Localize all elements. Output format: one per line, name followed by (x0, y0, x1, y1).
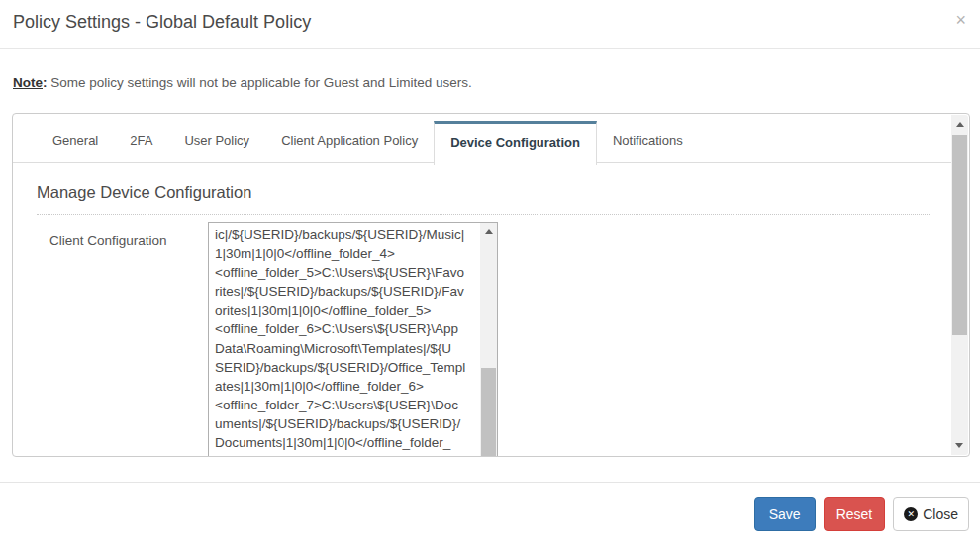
panel-scrollbar-thumb[interactable] (952, 135, 967, 335)
textarea-scrollbar-thumb[interactable] (481, 368, 496, 457)
tab-2fa[interactable]: 2FA (114, 121, 168, 162)
note-body: Some policy settings will not be applica… (48, 75, 472, 90)
footer-buttons: Save Reset ✕Close (754, 497, 969, 531)
save-button[interactable]: Save (754, 497, 816, 531)
reset-button[interactable]: Reset (824, 497, 886, 531)
client-configuration-value[interactable]: ic|/${USERID}/backups/${USERID}/Music| 1… (209, 223, 480, 457)
client-configuration-textarea[interactable]: ic|/${USERID}/backups/${USERID}/Music| 1… (208, 222, 498, 457)
textarea-scrollbar[interactable] (480, 223, 497, 457)
tab-general[interactable]: General (37, 121, 114, 162)
panel-scroll-down-icon[interactable] (955, 443, 963, 448)
tab-user-policy[interactable]: User Policy (168, 121, 265, 162)
client-configuration-label: Client Configuration (49, 233, 167, 248)
close-button[interactable]: ✕Close (893, 497, 969, 531)
tab-bar: General 2FA User Policy Client Applicati… (37, 121, 699, 165)
section-heading: Manage Device Configuration (37, 183, 930, 215)
close-circle-icon: ✕ (904, 507, 918, 521)
note-label: Note (13, 75, 43, 90)
close-button-label: Close (923, 506, 958, 522)
modal-header: Policy Settings - Global Default Policy … (0, 0, 980, 49)
panel-scrollbar[interactable] (951, 115, 968, 455)
policy-tabs-panel: General 2FA User Policy Client Applicati… (12, 113, 970, 457)
tab-client-application-policy[interactable]: Client Application Policy (265, 121, 434, 162)
panel-scroll-up-icon[interactable] (956, 122, 964, 127)
note-text: Note: Some policy settings will not be a… (13, 75, 472, 90)
scroll-up-icon[interactable] (485, 229, 493, 234)
page-title: Policy Settings - Global Default Policy (13, 12, 311, 33)
tab-device-configuration[interactable]: Device Configuration (434, 121, 597, 165)
tab-notifications[interactable]: Notifications (597, 121, 699, 162)
close-icon[interactable]: × (955, 11, 966, 29)
footer-divider (0, 482, 980, 483)
